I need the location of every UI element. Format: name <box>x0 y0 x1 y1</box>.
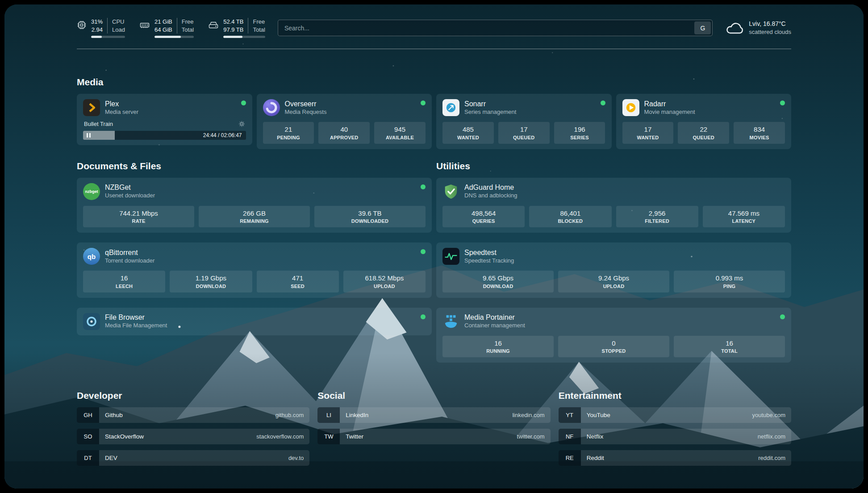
service-card-qbittorrent[interactable]: qb qBittorrent Torrent downloader 16 LEE… <box>77 242 432 298</box>
service-card-adguard[interactable]: AdGuard Home DNS and adblocking 498,564 … <box>436 178 791 233</box>
section-title-developer: Developer <box>77 390 309 401</box>
stat-label: WANTED <box>444 135 492 140</box>
stat-box: 47.569 ms LATENCY <box>703 206 785 228</box>
search-provider-button[interactable]: G <box>694 21 711 34</box>
status-dot <box>421 184 426 189</box>
service-subtitle: Usenet downloader <box>105 192 155 200</box>
bookmark-abbr: TW <box>317 429 340 444</box>
stat-label: RUNNING <box>444 348 552 354</box>
stat-value: 9.65 Gbps <box>444 274 552 283</box>
bookmark-url: dev.to <box>288 455 304 461</box>
pause-icon[interactable] <box>83 133 94 138</box>
bookmark-name: Reddit <box>587 455 604 461</box>
service-card-speedtest[interactable]: Speedtest Speedtest Tracking 9.65 Gbps D… <box>436 242 791 298</box>
cloud-icon <box>725 21 744 35</box>
service-subtitle: Movie management <box>644 109 695 116</box>
stat-box: 0.993 ms PING <box>674 271 785 292</box>
stat-value: 498,564 <box>444 209 523 218</box>
service-name: Media Portainer <box>464 313 525 322</box>
stat-value: 16 <box>676 339 783 348</box>
stat-box: 39.6 TB DOWNLOADED <box>314 206 426 228</box>
bookmark-twitter[interactable]: TW Twitter twitter.com <box>317 429 550 444</box>
disk-free-label: Free <box>253 18 265 26</box>
stat-box: 2,956 FILTERED <box>616 206 698 228</box>
stat-box: 1.19 Gbps DOWNLOAD <box>170 271 252 292</box>
stat-label: UPLOAD <box>345 284 424 289</box>
search-bar: G <box>278 20 713 36</box>
service-card-plex[interactable]: Plex Media server Bullet Train <box>77 94 252 145</box>
bookmark-linkedin[interactable]: LI LinkedIn linkedin.com <box>317 407 550 423</box>
weather-widget: Lviv, 16.87°C scattered clouds <box>725 20 791 36</box>
bookmark-url: netflix.com <box>758 433 785 440</box>
service-subtitle: Torrent downloader <box>105 257 154 265</box>
service-card-overseerr[interactable]: Overseerr Media Requests 21 PENDING 40 A… <box>257 94 432 149</box>
stat-value: 40 <box>320 125 368 134</box>
stat-value: 485 <box>444 125 492 134</box>
stat-value: 47.569 ms <box>705 209 783 218</box>
bookmark-github[interactable]: GH Github github.com <box>77 407 309 423</box>
disk-total-label: Total <box>253 26 265 34</box>
status-dot <box>780 100 785 105</box>
disk-widget: 52.4 TB 97.9 TB Free Total <box>208 18 265 38</box>
memory-free-value: 21 GiB <box>154 18 172 26</box>
stat-box: 21 PENDING <box>263 122 314 144</box>
stat-box: 16 TOTAL <box>674 336 785 358</box>
gear-icon[interactable] <box>238 121 245 127</box>
stat-value: 834 <box>735 125 783 134</box>
stat-label: PENDING <box>265 135 313 140</box>
service-card-sonarr[interactable]: Sonarr Series management 485 WANTED 17 Q… <box>436 94 612 149</box>
playback-time: 24:44 / 02:06:47 <box>203 132 246 138</box>
service-name: NZBGet <box>105 183 155 192</box>
memory-progress-bar <box>154 36 194 38</box>
service-card-portainer[interactable]: Media Portainer Container management 16 … <box>436 308 791 363</box>
bookmark-stackoverflow[interactable]: SO StackOverflow stackoverflow.com <box>77 429 309 444</box>
stat-value: 9.24 Gbps <box>560 274 668 283</box>
bookmark-group-entertainment: Entertainment YT YouTube youtube.com NF … <box>559 390 791 466</box>
section-media: Media Plex Media server <box>77 77 791 149</box>
filebrowser-icon <box>83 313 100 330</box>
service-subtitle: Media File Management <box>105 322 167 330</box>
stat-box: 86,401 BLOCKED <box>529 206 611 228</box>
service-card-filebrowser[interactable]: File Browser Media File Management <box>77 308 432 335</box>
section-utilities: Utilities AdGuard Home <box>436 161 791 363</box>
stat-box: 17 WANTED <box>622 122 674 144</box>
cpu-load-value: 2.94 <box>92 26 103 34</box>
plex-now-playing: Bullet Train 24:44 / 02:06:4 <box>83 120 246 140</box>
stat-box: 485 WANTED <box>442 122 494 144</box>
stat-box: 834 MOVIES <box>734 122 785 144</box>
stat-value: 471 <box>259 274 337 283</box>
disk-icon <box>208 20 219 30</box>
stat-label: QUERIES <box>444 218 523 224</box>
stat-label: QUEUED <box>500 135 548 140</box>
search-input[interactable] <box>280 25 694 32</box>
service-subtitle: Media server <box>105 109 138 116</box>
portainer-icon <box>442 313 459 330</box>
cpu-widget: 31% 2.94 CPU Load <box>77 18 125 38</box>
section-documents: Documents & Files nzbget NZBGet Usenet d… <box>77 161 432 335</box>
bookmark-group-developer: Developer GH Github github.com SO StackO… <box>77 390 309 466</box>
bookmark-dev[interactable]: DT DEV dev.to <box>77 450 309 466</box>
bookmark-reddit[interactable]: RE Reddit reddit.com <box>559 450 791 466</box>
stat-label: WANTED <box>624 135 672 140</box>
service-card-nzbget[interactable]: nzbget NZBGet Usenet downloader 744.21 M… <box>77 178 432 233</box>
bookmark-name: LinkedIn <box>346 412 368 418</box>
speedtest-icon <box>442 248 459 265</box>
stat-label: REMAINING <box>200 218 308 224</box>
service-subtitle: Container management <box>464 322 525 330</box>
stat-box: 17 QUEUED <box>498 122 550 144</box>
stat-label: BLOCKED <box>531 218 609 224</box>
dashboard-screen: 31% 2.94 CPU Load <box>4 4 864 489</box>
stat-label: PING <box>676 284 783 289</box>
stat-label: SEED <box>259 284 337 289</box>
service-subtitle: Series management <box>464 109 516 116</box>
stat-box: 9.24 Gbps UPLOAD <box>558 271 669 292</box>
bookmark-netflix[interactable]: NF Netflix netflix.com <box>559 429 791 444</box>
stat-value: 39.6 TB <box>316 209 424 218</box>
service-card-radarr[interactable]: Radarr Movie management 17 WANTED 22 QUE… <box>616 94 792 149</box>
bookmark-url: linkedin.com <box>512 412 544 418</box>
stat-value: 618.52 Mbps <box>345 274 424 283</box>
stat-value: 266 GB <box>200 209 308 218</box>
stat-value: 1.19 Gbps <box>171 274 250 283</box>
stat-label: UPLOAD <box>560 284 668 289</box>
bookmark-youtube[interactable]: YT YouTube youtube.com <box>559 407 791 423</box>
